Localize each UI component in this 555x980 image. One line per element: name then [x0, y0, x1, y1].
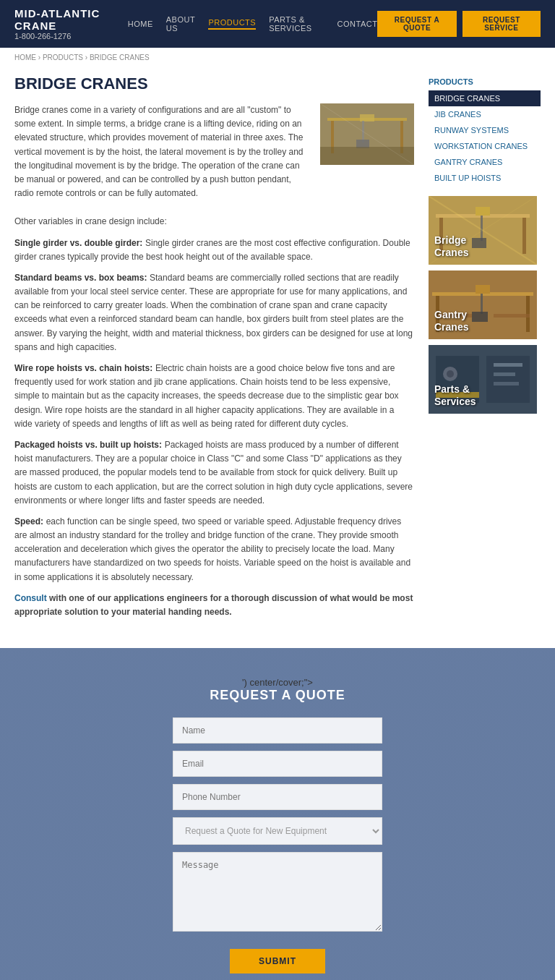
section-wire-chain: Wire rope hoists vs. chain hoists: Elect… [14, 362, 414, 431]
consult-section: Consult with one of our applications eng… [14, 592, 414, 619]
gantry-cranes-card[interactable]: GantryCranes [429, 270, 537, 339]
main-container: BRIDGE CRANES Bridge cranes come in a va… [0, 67, 555, 648]
nav-contact[interactable]: CONTACT [337, 20, 378, 28]
content-area: BRIDGE CRANES Bridge cranes come in a va… [14, 74, 414, 626]
nav-home[interactable]: HOME [128, 20, 153, 28]
message-textarea[interactable] [173, 852, 382, 932]
svg-rect-13 [476, 207, 490, 216]
consult-link[interactable]: Consult [14, 593, 47, 603]
site-header: MID-ATLANTIC CRANE 1-800-266-1276 HOME A… [0, 0, 555, 48]
sidebar-nav: BRIDGE CRANES JIB CRANES RUNWAY SYSTEMS … [429, 90, 541, 186]
nav-parts[interactable]: PARTS & SERVICES [269, 15, 324, 33]
sidebar-item-workstation-cranes[interactable]: WORKSTATION CRANES [429, 138, 541, 154]
svg-rect-32 [494, 363, 522, 367]
nav-products[interactable]: PRODUCTS [208, 18, 256, 30]
quote-title: REQUEST A QUOTE [14, 688, 541, 703]
gantry-cranes-label: GantryCranes [434, 309, 468, 333]
section-packaged-builtup: Packaged hoists vs. built up hoists: Pac… [14, 438, 414, 508]
section-speed: Speed: each function can be single speed… [14, 515, 414, 584]
nav-about[interactable]: ABOUT US [166, 15, 196, 33]
breadcrumb: HOME › PRODUCTS › BRIDGE CRANES [0, 48, 555, 67]
section-heading-2: Standard beams vs. box beams: [14, 273, 147, 283]
bridge-cranes-label: BridgeCranes [434, 234, 468, 259]
svg-rect-23 [494, 314, 530, 318]
svg-rect-14 [481, 216, 483, 241]
parts-services-card[interactable]: Parts &Services [429, 345, 537, 414]
section-text-5: each function can be single speed, two s… [14, 516, 410, 582]
dropdown-group: Request a Quote for New Equipment Reques… [14, 817, 541, 845]
intro-section: Bridge cranes come in a variety of confi… [14, 103, 414, 208]
sidebar-item-bridge-cranes[interactable]: BRIDGE CRANES [429, 90, 541, 106]
svg-rect-33 [494, 372, 515, 376]
sidebar: PRODUCTS BRIDGE CRANES JIB CRANES RUNWAY… [429, 74, 541, 626]
breadcrumb-products[interactable]: PRODUCTS [43, 54, 83, 61]
phone-input[interactable] [173, 784, 382, 810]
request-quote-button[interactable]: REQUEST A QUOTE [377, 11, 456, 37]
submit-group: SUBMIT [14, 939, 541, 973]
sidebar-item-gantry-cranes[interactable]: GANTRY CRANES [429, 154, 541, 170]
main-nav: HOME ABOUT US PRODUCTS PARTS & SERVICES … [128, 15, 378, 33]
sidebar-item-jib-cranes[interactable]: JIB CRANES [429, 106, 541, 122]
breadcrumb-current: BRIDGE CRANES [90, 54, 150, 61]
other-variables-text: Other variables in crane design include: [14, 215, 414, 229]
section-single-double: Single girder vs. double girder: Single … [14, 237, 414, 264]
header-buttons: REQUEST A QUOTE REQUEST SERVICE [377, 11, 541, 37]
consult-rest: with one of our applications engineers f… [14, 593, 413, 617]
svg-rect-29 [486, 356, 530, 403]
header-phone: 1-800-266-1276 [14, 32, 128, 41]
message-group [14, 852, 541, 932]
bridge-cranes-card[interactable]: BridgeCranes [429, 196, 537, 265]
quote-type-select[interactable]: Request a Quote for New Equipment Reques… [173, 817, 382, 845]
svg-rect-25 [481, 294, 483, 314]
parts-services-label: Parts &Services [434, 383, 476, 408]
request-service-button[interactable]: REQUEST SERVICE [462, 11, 541, 37]
quote-section: ') center/cover;"> REQUEST A QUOTE Reque… [0, 648, 555, 980]
submit-button[interactable]: SUBMIT [230, 949, 325, 973]
svg-rect-26 [472, 312, 488, 322]
crane-main-image [320, 103, 414, 165]
email-group [14, 751, 541, 777]
intro-text: Bridge cranes come in a variety of confi… [14, 103, 311, 200]
email-input[interactable] [173, 751, 382, 777]
svg-point-31 [447, 370, 454, 378]
svg-rect-15 [472, 238, 486, 248]
svg-rect-4 [360, 114, 374, 122]
section-heading-5: Speed: [14, 516, 43, 527]
name-input[interactable] [173, 717, 382, 743]
sidebar-item-runway-systems[interactable]: RUNWAY SYSTEMS [429, 122, 541, 138]
section-heading-3: Wire rope hoists vs. chain hoists: [14, 363, 152, 373]
section-standard-box: Standard beams vs. box beams: Standard b… [14, 271, 414, 354]
section-heading-4: Packaged hoists vs. built up hoists: [14, 440, 162, 450]
breadcrumb-home[interactable]: HOME [14, 54, 36, 61]
svg-rect-34 [494, 382, 519, 385]
svg-rect-24 [476, 285, 490, 294]
page-title: BRIDGE CRANES [14, 74, 414, 93]
section-text-2: Standard beams are commercially rolled s… [14, 273, 413, 352]
sidebar-products-title: PRODUCTS [429, 77, 541, 86]
company-name: MID-ATLANTIC CRANE [14, 7, 128, 32]
section-heading-1: Single girder vs. double girder: [14, 238, 142, 248]
consult-text: Consult with one of our applications eng… [14, 592, 414, 619]
name-group [14, 717, 541, 743]
sidebar-item-built-up-hoists[interactable]: BUILT UP HOISTS [429, 170, 541, 186]
svg-rect-12 [522, 218, 526, 254]
phone-group [14, 784, 541, 810]
logo: MID-ATLANTIC CRANE 1-800-266-1276 [14, 7, 128, 41]
